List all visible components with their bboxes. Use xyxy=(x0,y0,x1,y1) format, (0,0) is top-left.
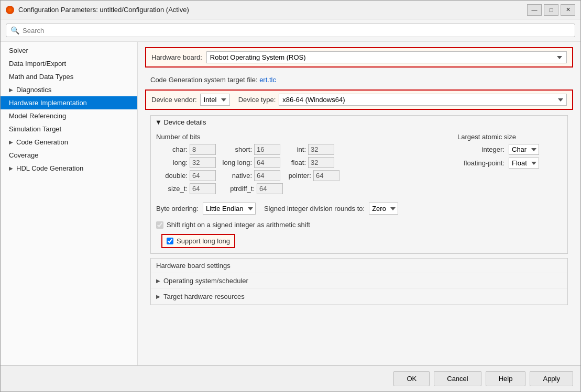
device-type-wrap: Device type: x86-64 (Windows64) xyxy=(238,94,567,106)
double-input[interactable] xyxy=(190,170,216,181)
code-gen-link[interactable]: ert.tlc xyxy=(259,76,276,84)
support-long-long-box: Support long long xyxy=(161,234,235,248)
device-vendor-label: Device vendor: xyxy=(151,96,197,104)
sidebar: Solver Data Import/Export Math and Data … xyxy=(1,42,138,365)
titlebar-left: Configuration Parameters: untitled/Confi… xyxy=(6,6,189,14)
shift-right-label: Shift right on a signed integer as arith… xyxy=(167,221,310,229)
maximize-button[interactable]: □ xyxy=(544,4,558,16)
hardware-board-settings-box: Hardware board settings ▶ Operating syst… xyxy=(150,258,568,305)
support-long-long-checkbox[interactable] xyxy=(167,238,173,244)
sidebar-item-diagnostics[interactable]: Diagnostics xyxy=(1,83,137,96)
shift-right-row: Shift right on a signed integer as arith… xyxy=(151,219,567,231)
float-atomic-select[interactable]: Float xyxy=(509,158,539,169)
size-t-input[interactable] xyxy=(190,183,216,194)
float-label: float: xyxy=(285,159,306,166)
device-vendor-wrap: Device vendor: Intel xyxy=(151,94,230,106)
long-label: long: xyxy=(156,159,188,166)
code-gen-line: Code Generation system target file: ert.… xyxy=(145,73,573,86)
float-atomic-row: floating-point: Float xyxy=(457,158,562,169)
cancel-button[interactable]: Cancel xyxy=(434,371,481,386)
operating-system-row[interactable]: ▶ Operating system/scheduler xyxy=(151,273,567,289)
hardware-board-select[interactable]: Robot Operating System (ROS) xyxy=(206,51,567,63)
device-type-label: Device type: xyxy=(238,96,276,104)
sidebar-item-solver[interactable]: Solver xyxy=(1,44,137,57)
search-input[interactable] xyxy=(23,27,571,35)
sidebar-item-model-referencing[interactable]: Model Referencing xyxy=(1,109,137,122)
double-label: double: xyxy=(156,172,188,180)
device-vendor-type-box: Device vendor: Intel Device type: x86-64… xyxy=(145,89,573,110)
configuration-parameters-window: Configuration Parameters: untitled/Confi… xyxy=(0,0,581,392)
sidebar-item-math-data-types[interactable]: Math and Data Types xyxy=(1,70,137,83)
device-details-header[interactable]: ▼ Device details xyxy=(151,116,567,129)
sidebar-item-label: Code Generation xyxy=(16,138,68,146)
apply-button[interactable]: Apply xyxy=(530,371,573,386)
float-atomic-label: floating-point: xyxy=(457,159,505,167)
ptrdiff-t-label: ptrdiff_t: xyxy=(221,185,255,193)
integer-atomic-label: integer: xyxy=(457,145,505,153)
long-input[interactable] xyxy=(190,157,216,168)
sidebar-item-label: Data Import/Export xyxy=(9,60,66,68)
sidebar-item-data-import-export[interactable]: Data Import/Export xyxy=(1,57,137,70)
size-t-label: size_t: xyxy=(156,185,188,193)
integer-atomic-select[interactable]: Char xyxy=(509,144,539,155)
short-input[interactable] xyxy=(254,144,280,155)
device-type-select[interactable]: x86-64 (Windows64) xyxy=(279,94,567,106)
hardware-board-label: Hardware board: xyxy=(151,53,202,61)
sidebar-item-hdl-code-generation[interactable]: HDL Code Generation xyxy=(1,162,137,175)
long-long-label: long long: xyxy=(221,159,252,166)
sidebar-item-hardware-implementation[interactable]: Hardware Implementation xyxy=(1,96,137,109)
search-input-wrap: 🔍 xyxy=(6,24,575,37)
char-label: char: xyxy=(156,145,188,153)
close-button[interactable]: ✕ xyxy=(561,4,575,16)
hardware-board-settings-title: Hardware board settings xyxy=(151,259,567,273)
native-label: native: xyxy=(221,172,252,180)
target-hardware-arrow: ▶ xyxy=(156,294,160,299)
sidebar-item-label: Math and Data Types xyxy=(9,73,73,81)
pointer-input[interactable] xyxy=(313,170,339,181)
sidebar-item-label: Hardware Implementation xyxy=(9,99,87,107)
titlebar: Configuration Parameters: untitled/Confi… xyxy=(1,1,580,19)
byte-ordering-select[interactable]: Little Endian xyxy=(203,203,256,215)
ok-button[interactable]: OK xyxy=(393,371,430,386)
support-long-long-label: Support long long xyxy=(177,237,230,245)
sidebar-item-label: Solver xyxy=(9,47,28,54)
signed-division-select[interactable]: Zero xyxy=(369,203,398,215)
target-hardware-row[interactable]: ▶ Target hardware resources xyxy=(151,289,567,305)
device-details-label: ▼ Device details xyxy=(155,118,206,126)
window-controls: — □ ✕ xyxy=(527,4,575,16)
sidebar-item-label: Simulation Target xyxy=(9,125,61,133)
device-vendor-select[interactable]: Intel xyxy=(200,94,230,106)
native-input[interactable] xyxy=(254,170,280,181)
sidebar-item-simulation-target[interactable]: Simulation Target xyxy=(1,122,137,136)
window-title: Configuration Parameters: untitled/Confi… xyxy=(18,6,189,14)
atomic-title: Largest atomic size xyxy=(457,133,562,141)
long-long-input[interactable] xyxy=(254,157,280,168)
short-label: short: xyxy=(221,145,252,153)
sidebar-item-label: Diagnostics xyxy=(16,86,51,94)
operating-system-arrow: ▶ xyxy=(156,278,160,284)
device-details-section: ▼ Device details Number of bits char: sh… xyxy=(150,115,568,254)
bottom-options: Byte ordering: Little Endian Signed inte… xyxy=(151,198,567,219)
target-hardware-label: Target hardware resources xyxy=(163,293,245,300)
bits-table-area: Number of bits char: short: int: l xyxy=(151,129,567,198)
byte-ordering-row: Byte ordering: Little Endian xyxy=(156,203,256,215)
ptrdiff-t-input[interactable] xyxy=(257,183,283,194)
sidebar-item-code-generation[interactable]: Code Generation xyxy=(1,136,137,149)
content-area: Hardware board: Robot Operating System (… xyxy=(138,42,580,365)
minimize-button[interactable]: — xyxy=(527,4,542,16)
signed-division-label: Signed integer division rounds to: xyxy=(264,205,365,212)
shift-right-checkbox[interactable] xyxy=(156,221,163,229)
float-input[interactable] xyxy=(308,157,334,168)
char-input[interactable] xyxy=(190,144,216,155)
pointer-label: pointer: xyxy=(285,172,311,180)
sidebar-item-coverage[interactable]: Coverage xyxy=(1,149,137,162)
search-bar: 🔍 xyxy=(1,19,580,42)
int-input[interactable] xyxy=(308,144,334,155)
sidebar-item-label: Coverage xyxy=(9,151,38,159)
bits-table: Number of bits char: short: int: l xyxy=(156,133,447,194)
help-button[interactable]: Help xyxy=(486,371,526,386)
search-icon: 🔍 xyxy=(10,26,19,35)
byte-ordering-label: Byte ordering: xyxy=(156,205,199,212)
int-label: int: xyxy=(285,145,306,153)
signed-division-row: Signed integer division rounds to: Zero xyxy=(264,203,398,215)
